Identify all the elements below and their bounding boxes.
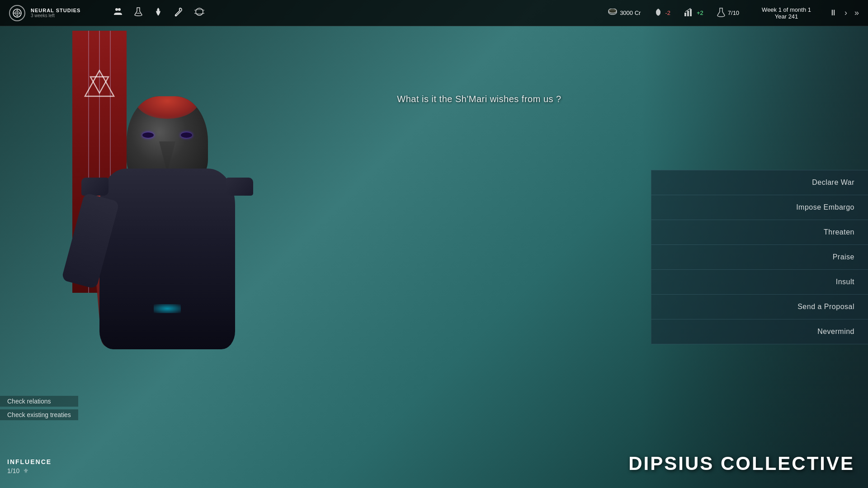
credits-icon <box>608 9 617 18</box>
insult-button[interactable]: Insult <box>651 269 868 294</box>
header-resources: 3000 Cr -2 +2 <box>608 7 739 19</box>
citizens-icon[interactable] <box>113 7 123 19</box>
research-weeks: 3 weeks left <box>31 13 80 18</box>
threaten-button[interactable]: Threaten <box>651 220 868 244</box>
planet-icon[interactable] <box>194 7 204 19</box>
food-icon <box>654 8 662 19</box>
svg-point-6 <box>175 15 177 16</box>
dialogue-question: What is it the Sh'Mari wishes from us ? <box>397 94 561 104</box>
send-proposal-button[interactable]: Send a Proposal <box>651 294 868 319</box>
influence-section: INFLUENCE 1/10 ⚜ <box>7 458 52 474</box>
chest-glow <box>154 304 181 313</box>
logo-circle <box>9 5 25 21</box>
forward-button[interactable]: › <box>844 8 847 18</box>
impose-embargo-button[interactable]: Impose Embargo <box>651 195 868 220</box>
shoulder-right <box>226 178 253 196</box>
header-controls: ⏸ › » <box>829 8 859 18</box>
week-line: Week 1 of month 1 <box>762 6 811 13</box>
science-icon <box>717 7 725 19</box>
check-treaties-button[interactable]: Check existing treaties <box>0 409 78 420</box>
alien-torso <box>99 169 235 349</box>
shoulder-left <box>81 178 108 196</box>
svg-rect-11 <box>684 13 686 16</box>
year-line: Year 241 <box>762 13 811 20</box>
science-resource: 7/10 <box>717 7 739 19</box>
alien-crest <box>136 96 199 119</box>
svg-rect-13 <box>690 9 692 16</box>
fast-forward-button[interactable]: » <box>854 8 859 18</box>
alien-character <box>36 62 298 446</box>
culture-icon[interactable] <box>154 7 163 19</box>
header-left: NEURAL STUDIES 3 weeks left <box>9 5 99 21</box>
alien-body <box>77 96 258 413</box>
flask-icon[interactable] <box>134 7 143 19</box>
production-value: +2 <box>697 9 703 16</box>
credits-resource: 3000 Cr <box>608 9 641 18</box>
production-resource: +2 <box>684 8 703 18</box>
alien-eye-left <box>142 132 154 138</box>
laurel-icon: ⚜ <box>23 467 29 474</box>
action-panel: Declare War Impose Embargo Threaten Prai… <box>651 26 868 488</box>
header-bar: NEURAL STUDIES 3 weeks left <box>0 0 868 26</box>
header-date: Week 1 of month 1 Year 241 <box>762 6 811 20</box>
check-relations-button[interactable]: Check relations <box>0 396 78 407</box>
alien-eye-right <box>181 132 192 138</box>
faction-name: DIPSIUS COLLECTIVE <box>628 453 854 474</box>
food-resource: -2 <box>654 8 670 19</box>
nevermind-button[interactable]: Nevermind <box>651 319 868 344</box>
influence-title: INFLUENCE <box>7 458 52 465</box>
svg-point-10 <box>609 9 617 13</box>
science-value: 7/10 <box>728 9 739 16</box>
research-title: NEURAL STUDIES <box>31 8 80 13</box>
production-bar-icon <box>684 8 694 18</box>
header-icons <box>113 7 594 19</box>
praise-button[interactable]: Praise <box>651 244 868 269</box>
influence-value: 1/10 ⚜ <box>7 467 52 474</box>
bottom-left-options: Check relations Check existing treaties <box>0 396 78 420</box>
influence-count: 1/10 <box>7 467 19 474</box>
svg-point-4 <box>115 8 118 11</box>
dialogue-area: What is it the Sh'Mari wishes from us ? <box>307 26 651 488</box>
svg-point-5 <box>118 8 121 11</box>
research-info: NEURAL STUDIES 3 weeks left <box>31 8 80 18</box>
production-icon[interactable] <box>174 7 184 19</box>
credits-value: 3000 Cr <box>620 9 641 16</box>
food-value: -2 <box>665 9 670 16</box>
pause-button[interactable]: ⏸ <box>829 8 837 18</box>
svg-rect-12 <box>687 11 689 16</box>
declare-war-button[interactable]: Declare War <box>651 170 868 195</box>
